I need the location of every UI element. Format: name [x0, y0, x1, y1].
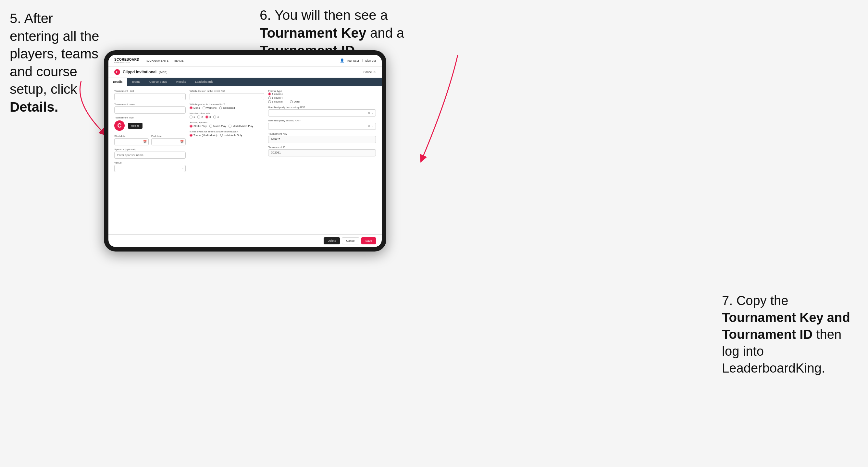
cancel-btn[interactable]: Cancel — [342, 237, 359, 244]
teams-label: Is this event for Teams and/or Individua… — [190, 130, 264, 133]
tournament-id-group: Tournament ID 302051 — [268, 146, 376, 156]
nav-teams[interactable]: TEAMS — [173, 59, 184, 62]
format-6count4-radio[interactable] — [268, 96, 271, 99]
tournament-name-group: Tournament name Clippd Invitational — [114, 103, 186, 114]
sponsor-input[interactable] — [114, 152, 186, 159]
division-input[interactable]: NCAA Division III — [190, 93, 264, 100]
nav-separator: | — [362, 59, 363, 62]
format-5count4-radio[interactable] — [268, 93, 271, 95]
tab-details[interactable]: Details — [108, 78, 127, 86]
format-row-5count4: 5 count 4 — [268, 93, 376, 95]
scoring-label: Scoring system — [190, 121, 264, 124]
tournament-key-value: b4f6b7 — [268, 136, 376, 143]
tab-course-setup[interactable]: Course Setup — [145, 78, 172, 86]
gender-combined[interactable]: Combined — [219, 106, 235, 110]
tournament-host-label: Tournament Host — [114, 90, 186, 93]
upload-button[interactable]: Upload — [128, 123, 143, 129]
gender-radio-group: Mens Womens Combined — [190, 106, 264, 110]
logo-letter: C — [118, 122, 122, 129]
tablet-frame: SCOREBOARD Powered by clippd TOURNAMENTS… — [104, 50, 386, 251]
individuals-only[interactable]: Individuals Only — [220, 134, 242, 136]
venue-group: Venue Peachtree GC - Atlanta - GA ⌄ — [114, 161, 186, 172]
gender-womens-radio[interactable] — [203, 106, 206, 110]
scoring-match-label: Match Play — [213, 125, 226, 128]
gender-womens[interactable]: Womens — [203, 106, 217, 110]
division-group: Which division is the event for? NCAA Di… — [190, 90, 264, 100]
third-party-1-input-wrapper: Leaderboard King ✕ ⌄ — [268, 110, 376, 117]
tournament-id-label: Tournament ID — [268, 146, 376, 149]
rounds-4[interactable]: 4 — [213, 116, 218, 119]
venue-input[interactable]: Peachtree GC - Atlanta - GA — [114, 165, 186, 172]
gender-mens-radio[interactable] — [190, 106, 192, 110]
rounds-3[interactable]: 3 — [206, 116, 211, 119]
individuals-radio[interactable] — [220, 134, 223, 136]
gender-womens-label: Womens — [207, 106, 217, 110]
end-date-group: End date Jan 23, 2024 📅 — [151, 135, 186, 145]
tournament-host-select-wrapper: Clippd College - Men ⌄ — [114, 93, 186, 100]
tournament-logo-group: Tournament logo C Upload — [114, 116, 186, 132]
scoring-match-radio[interactable] — [209, 125, 212, 128]
format-6count4[interactable]: 6 count 4 — [268, 96, 283, 99]
annotation-copy-bold: Tournament Key and Tournament ID — [722, 310, 850, 341]
format-6count4-label: 6 count 4 — [272, 96, 283, 99]
annotation-details-bold: Details. — [10, 99, 58, 115]
teams-plus-individuals[interactable]: Teams (+Individuals) — [190, 134, 217, 136]
scoring-stroke-radio[interactable] — [190, 125, 192, 128]
annotation-bottom-right: 7. Copy the Tournament Key and Tournamen… — [722, 292, 858, 376]
rounds-2-label: 2 — [201, 116, 203, 119]
rounds-1[interactable]: 1 — [190, 116, 195, 119]
rounds-4-radio[interactable] — [213, 116, 216, 119]
logo-upload-area: C Upload — [114, 120, 186, 131]
tournament-logo-label: Tournament logo — [114, 116, 186, 119]
format-other[interactable]: Other — [290, 100, 300, 103]
save-button[interactable]: Save — [361, 237, 376, 244]
scoring-medal[interactable]: Medal Match Play — [228, 125, 253, 128]
gender-combined-radio[interactable] — [219, 106, 222, 110]
rounds-2[interactable]: 2 — [197, 116, 203, 119]
rounds-3-radio[interactable] — [206, 116, 208, 119]
sponsor-label: Sponsor (optional) — [114, 148, 186, 151]
page-title-sub: (Men) — [159, 70, 167, 74]
scoring-medal-label: Medal Match Play — [232, 125, 253, 128]
tab-teams[interactable]: Teams — [127, 78, 145, 86]
tournament-host-input[interactable]: Clippd College - Men — [114, 93, 186, 100]
format-5count4-label: 5 count 4 — [272, 93, 283, 95]
page-title: Clippd Invitational (Men) — [123, 70, 167, 74]
nav-tournaments[interactable]: TOURNAMENTS — [145, 59, 169, 62]
arrow-right — [383, 49, 480, 172]
tournament-name-input[interactable]: Clippd Invitational — [114, 106, 186, 114]
delete-button[interactable]: Delete — [323, 237, 340, 244]
left-column: Tournament Host Clippd College - Men ⌄ T… — [114, 90, 186, 230]
third-party-2-input[interactable]: Leaderboard King — [268, 123, 376, 130]
scoring-match[interactable]: Match Play — [209, 125, 226, 128]
cancel-button[interactable]: Cancel ✕ — [363, 70, 376, 74]
sponsor-group: Sponsor (optional) — [114, 148, 186, 159]
page-title-text: Clippd Invitational — [123, 70, 156, 74]
rounds-4-label: 4 — [217, 116, 218, 119]
nav-signout[interactable]: Sign out — [365, 59, 376, 62]
third-party-2-input-wrapper: Leaderboard King ✕ ⌄ — [268, 123, 376, 130]
format-6count5-label: 6 count 5 — [272, 100, 283, 103]
format-6count5[interactable]: 6 count 5 — [268, 100, 283, 103]
teams-plus-label: Teams (+Individuals) — [193, 134, 217, 136]
tab-leaderboards[interactable]: Leaderboards — [190, 78, 218, 86]
start-date-icon: 📅 — [143, 140, 147, 144]
scoring-stroke[interactable]: Stroke Play — [190, 125, 207, 128]
third-party-1-clear[interactable]: ✕ ⌄ — [368, 111, 374, 115]
page-logo-circle: C — [114, 69, 120, 75]
page-header: C Clippd Invitational (Men) Cancel ✕ — [108, 66, 382, 78]
format-6count5-radio[interactable] — [268, 100, 271, 103]
format-other-radio[interactable] — [290, 100, 293, 103]
third-party-2-clear[interactable]: ✕ ⌄ — [368, 125, 374, 128]
format-5count4[interactable]: 5 count 4 — [268, 93, 283, 95]
teams-plus-radio[interactable] — [190, 134, 192, 136]
gender-mens[interactable]: Mens — [190, 106, 200, 110]
third-party-1-input[interactable]: Leaderboard King — [268, 110, 376, 117]
rounds-1-radio[interactable] — [190, 116, 192, 119]
bottom-bar: Delete Cancel Save — [108, 234, 382, 247]
top-nav: SCOREBOARD Powered by clippd TOURNAMENTS… — [108, 55, 382, 66]
tablet-screen: SCOREBOARD Powered by clippd TOURNAMENTS… — [108, 55, 382, 247]
scoring-medal-radio[interactable] — [228, 125, 231, 128]
rounds-2-radio[interactable] — [197, 116, 200, 119]
tab-results[interactable]: Results — [172, 78, 190, 86]
